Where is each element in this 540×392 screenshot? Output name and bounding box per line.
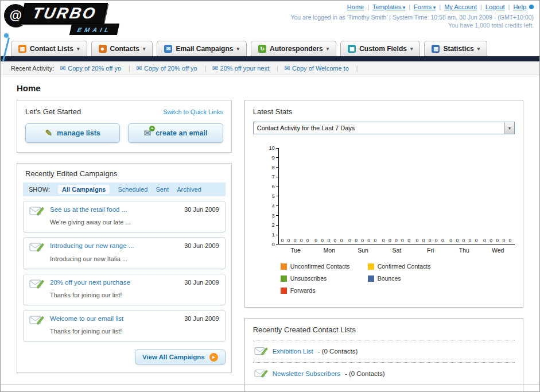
chart-y-axis: 109876543210 <box>261 145 278 247</box>
select-dropdown-icon <box>504 122 514 134</box>
top-nav-home[interactable]: Home <box>347 3 364 10</box>
chevron-down-icon: ▾ <box>143 46 146 52</box>
tab-statistics[interactable]: ▥ Statistics ▾ <box>424 41 487 56</box>
campaign-title-link[interactable]: See us at the retail food ... <box>50 205 178 215</box>
recent-activity-item[interactable]: ✉ 20% off your next <box>212 64 278 72</box>
campaign-list-item[interactable]: Welcome to our email list Thanks for joi… <box>23 310 226 341</box>
selected-option-text: Contact Activity for the Last 7 Days <box>257 125 355 131</box>
campaign-date: 30 Jun 2009 <box>184 279 219 286</box>
chart-value-group: 0 0 0 0 0 <box>380 238 414 244</box>
top-nav-templates[interactable]: Templates <box>372 3 405 10</box>
main-content: Home Let's Get Started Switch to Quick L… <box>1 83 539 392</box>
nav-separator: | <box>367 3 369 10</box>
recent-activity-item[interactable]: ✉ Copy of Welcome to <box>284 64 358 72</box>
y-tick: 6 <box>272 184 278 189</box>
recent-activity-link[interactable]: Copy of Welcome to <box>292 65 349 72</box>
contact-list-link[interactable]: Newsletter Subscribers <box>273 370 340 377</box>
create-email-button[interactable]: ✉+ create an email <box>128 123 223 143</box>
header: @ TURBO EMAIL Home| Templates| Forms| My… <box>1 1 539 37</box>
campaign-subject: Introducing our new Italia ... <box>50 255 127 262</box>
filter-archived[interactable]: Archived <box>177 186 201 193</box>
contact-list-item[interactable]: Newsletter Subscribers - (0 Contacts) <box>253 362 515 385</box>
switch-quick-links-link[interactable]: Switch to Quick Links <box>163 108 223 115</box>
app-window: @ TURBO EMAIL Home| Templates| Forms| My… <box>0 0 540 392</box>
nav-separator: | <box>480 3 482 10</box>
envelope-plus-icon: ✉+ <box>144 128 151 138</box>
filter-scheduled[interactable]: Scheduled <box>118 186 147 193</box>
logo-secondary-text: EMAIL <box>77 26 112 33</box>
legend-swatch <box>368 275 374 282</box>
recent-activity-bar: Recent Activity: ✉ Copy of 20% off yo ✉ … <box>1 61 539 75</box>
latest-stats-title: Latest Stats <box>253 107 515 116</box>
y-tick: 7 <box>272 174 278 180</box>
legend-item: Bounces <box>368 275 455 282</box>
tab-custom-fields[interactable]: ▦ Custom Fields ▾ <box>340 41 420 56</box>
legend-swatch <box>281 263 287 270</box>
top-nav-my-account[interactable]: My Account <box>444 3 477 10</box>
tab-autoresponders[interactable]: ↻ Autoresponders ▾ <box>251 41 336 56</box>
manage-lists-button[interactable]: ✎ manage lists <box>25 123 120 143</box>
tab-label: Contact Lists <box>30 45 73 53</box>
campaign-subject: Thanks for joining our list! <box>50 292 122 298</box>
campaign-title-link[interactable]: Welcome to our email list <box>50 314 178 324</box>
recent-activity-link[interactable]: Copy of 20% off yo <box>144 65 197 72</box>
legend-item: Unsubscribes <box>281 275 368 282</box>
top-nav-forms[interactable]: Forms <box>414 3 436 10</box>
contact-list-item[interactable]: Exhibition List - (0 Contacts) <box>253 340 515 362</box>
chevron-down-icon: ▾ <box>477 46 480 52</box>
logo-primary-text: TURBO <box>31 5 99 22</box>
y-tick: 5 <box>272 193 278 199</box>
contact-activity-chart: 109876543210 0 0 0 0 00 0 0 0 00 0 0 0 0… <box>253 148 515 299</box>
tab-email-campaigns[interactable]: ✉ Email Campaigns ▾ <box>157 41 247 56</box>
chart-value-group: 0 0 0 0 0 <box>346 238 380 244</box>
envelope-icon: ✉ <box>136 64 142 72</box>
nav-divider-bar <box>1 56 539 61</box>
top-nav: Home| Templates| Forms| My Account| Logo… <box>347 3 534 10</box>
y-tick: 9 <box>272 155 278 161</box>
credits-remaining-text: You have 1,000 total credits left. <box>448 22 534 29</box>
contact-count-text: - (0 Contacts) <box>345 370 385 377</box>
view-all-campaigns-button[interactable]: View All Campaigns <box>135 350 226 364</box>
chart-value-group: 0 0 0 0 0 <box>279 238 313 244</box>
recent-contact-lists-panel: Recently Created Contact Lists Exhibitio… <box>244 318 523 392</box>
envelope-pencil-icon <box>29 205 44 218</box>
recent-activity-link[interactable]: Copy of 20% off yo <box>68 65 121 72</box>
statistics-icon: ▥ <box>432 45 440 53</box>
autoresponders-icon: ↻ <box>258 45 266 53</box>
envelope-pencil-icon <box>29 314 44 327</box>
y-tick: 10 <box>269 145 278 151</box>
top-nav-logout[interactable]: Logout <box>485 3 505 10</box>
recent-activity-item[interactable]: ✉ Copy of 20% off yo <box>136 64 207 72</box>
recent-activity-label: Recent Activity: <box>11 65 54 72</box>
stats-period-select[interactable]: Contact Activity for the Last 7 Days <box>253 122 515 134</box>
envelope-icon: ✉ <box>60 64 65 72</box>
latest-stats-panel: Latest Stats Contact Activity for the La… <box>244 100 523 308</box>
filter-all-campaigns[interactable]: All Campaigns <box>58 185 110 194</box>
campaign-list-item[interactable]: 20% off your next purchase Thanks for jo… <box>23 274 226 305</box>
campaign-filter-bar: SHOW: All Campaigns Scheduled Sent Archi… <box>23 183 226 196</box>
campaign-date: 30 Jun 2009 <box>184 242 219 249</box>
campaign-list-item[interactable]: See us at the retail food ... We're givi… <box>23 201 226 232</box>
chart-plot: 0 0 0 0 00 0 0 0 00 0 0 0 00 0 0 0 00 0 … <box>278 148 515 244</box>
contact-list-link[interactable]: Exhibition List <box>273 348 313 355</box>
top-nav-help[interactable]: Help <box>513 3 526 10</box>
tab-contact-lists[interactable]: ▤ Contact Lists ▾ <box>11 41 87 56</box>
campaign-title-link[interactable]: 20% off your next purchase <box>50 278 178 288</box>
chevron-down-icon: ▾ <box>236 46 239 52</box>
nav-separator: | <box>508 3 510 10</box>
campaign-subject: Thanks for joining our list! <box>50 328 122 335</box>
campaign-title-link[interactable]: Introducing our new range ... <box>50 241 178 251</box>
main-nav: ▤ Contact Lists ▾ ☻ Contacts ▾ ✉ Email C… <box>1 37 539 56</box>
left-column: Let's Get Started Switch to Quick Links … <box>17 100 232 373</box>
x-axis-label: Sun <box>346 247 380 254</box>
envelope-pencil-icon <box>254 368 268 379</box>
filter-sent[interactable]: Sent <box>156 186 169 193</box>
legend-item: Confirmed Contacts <box>368 263 455 270</box>
recent-activity-item[interactable]: ✉ Copy of 20% off yo <box>60 64 130 72</box>
recent-campaigns-panel: Recently Edited Campaigns SHOW: All Camp… <box>17 163 232 373</box>
y-tick: 3 <box>272 213 278 219</box>
campaign-list-item[interactable]: Introducing our new range ... Introducin… <box>23 237 226 269</box>
tab-contacts[interactable]: ☻ Contacts ▾ <box>91 41 153 56</box>
recent-activity-link[interactable]: 20% off your next <box>220 65 269 72</box>
chevron-down-icon: ▾ <box>410 46 413 52</box>
